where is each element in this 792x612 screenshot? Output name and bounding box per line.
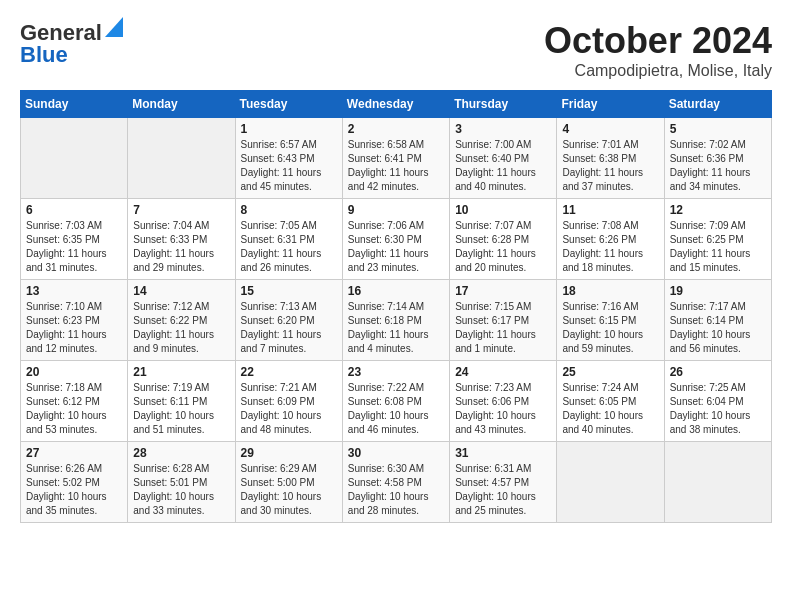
day-info: Sunrise: 7:12 AMSunset: 6:22 PMDaylight:… <box>133 300 229 356</box>
day-number: 14 <box>133 284 229 298</box>
day-info: Sunrise: 7:06 AMSunset: 6:30 PMDaylight:… <box>348 219 444 275</box>
day-number: 15 <box>241 284 337 298</box>
calendar-header: SundayMondayTuesdayWednesdayThursdayFrid… <box>21 91 772 118</box>
calendar-cell <box>664 442 771 523</box>
day-number: 10 <box>455 203 551 217</box>
calendar-cell: 28Sunrise: 6:28 AMSunset: 5:01 PMDayligh… <box>128 442 235 523</box>
day-info: Sunrise: 7:14 AMSunset: 6:18 PMDaylight:… <box>348 300 444 356</box>
day-info: Sunrise: 6:58 AMSunset: 6:41 PMDaylight:… <box>348 138 444 194</box>
calendar-cell: 12Sunrise: 7:09 AMSunset: 6:25 PMDayligh… <box>664 199 771 280</box>
day-info: Sunrise: 7:15 AMSunset: 6:17 PMDaylight:… <box>455 300 551 356</box>
calendar-cell: 13Sunrise: 7:10 AMSunset: 6:23 PMDayligh… <box>21 280 128 361</box>
day-number: 6 <box>26 203 122 217</box>
day-info: Sunrise: 6:31 AMSunset: 4:57 PMDaylight:… <box>455 462 551 518</box>
calendar-cell: 9Sunrise: 7:06 AMSunset: 6:30 PMDaylight… <box>342 199 449 280</box>
day-number: 23 <box>348 365 444 379</box>
day-number: 31 <box>455 446 551 460</box>
calendar-cell: 19Sunrise: 7:17 AMSunset: 6:14 PMDayligh… <box>664 280 771 361</box>
calendar-cell: 23Sunrise: 7:22 AMSunset: 6:08 PMDayligh… <box>342 361 449 442</box>
day-info: Sunrise: 7:16 AMSunset: 6:15 PMDaylight:… <box>562 300 658 356</box>
weekday-wednesday: Wednesday <box>342 91 449 118</box>
day-number: 27 <box>26 446 122 460</box>
calendar-cell: 29Sunrise: 6:29 AMSunset: 5:00 PMDayligh… <box>235 442 342 523</box>
day-info: Sunrise: 7:13 AMSunset: 6:20 PMDaylight:… <box>241 300 337 356</box>
logo-arrow-icon <box>105 17 123 37</box>
calendar-cell: 10Sunrise: 7:07 AMSunset: 6:28 PMDayligh… <box>450 199 557 280</box>
day-info: Sunrise: 6:30 AMSunset: 4:58 PMDaylight:… <box>348 462 444 518</box>
weekday-thursday: Thursday <box>450 91 557 118</box>
weekday-monday: Monday <box>128 91 235 118</box>
day-number: 26 <box>670 365 766 379</box>
weekday-header-row: SundayMondayTuesdayWednesdayThursdayFrid… <box>21 91 772 118</box>
day-number: 25 <box>562 365 658 379</box>
week-row-2: 13Sunrise: 7:10 AMSunset: 6:23 PMDayligh… <box>21 280 772 361</box>
day-info: Sunrise: 7:04 AMSunset: 6:33 PMDaylight:… <box>133 219 229 275</box>
logo: General Blue <box>20 20 123 68</box>
calendar-cell: 6Sunrise: 7:03 AMSunset: 6:35 PMDaylight… <box>21 199 128 280</box>
calendar-cell: 31Sunrise: 6:31 AMSunset: 4:57 PMDayligh… <box>450 442 557 523</box>
day-number: 5 <box>670 122 766 136</box>
calendar-cell: 7Sunrise: 7:04 AMSunset: 6:33 PMDaylight… <box>128 199 235 280</box>
day-number: 13 <box>26 284 122 298</box>
calendar-cell: 30Sunrise: 6:30 AMSunset: 4:58 PMDayligh… <box>342 442 449 523</box>
calendar-cell: 8Sunrise: 7:05 AMSunset: 6:31 PMDaylight… <box>235 199 342 280</box>
weekday-sunday: Sunday <box>21 91 128 118</box>
day-info: Sunrise: 7:05 AMSunset: 6:31 PMDaylight:… <box>241 219 337 275</box>
day-number: 19 <box>670 284 766 298</box>
day-info: Sunrise: 7:22 AMSunset: 6:08 PMDaylight:… <box>348 381 444 437</box>
day-number: 29 <box>241 446 337 460</box>
page-header: General Blue October 2024 Campodipietra,… <box>20 20 772 80</box>
day-number: 28 <box>133 446 229 460</box>
svg-marker-0 <box>105 17 123 37</box>
calendar-cell: 20Sunrise: 7:18 AMSunset: 6:12 PMDayligh… <box>21 361 128 442</box>
day-number: 4 <box>562 122 658 136</box>
calendar-body: 1Sunrise: 6:57 AMSunset: 6:43 PMDaylight… <box>21 118 772 523</box>
day-number: 1 <box>241 122 337 136</box>
week-row-4: 27Sunrise: 6:26 AMSunset: 5:02 PMDayligh… <box>21 442 772 523</box>
calendar-cell: 11Sunrise: 7:08 AMSunset: 6:26 PMDayligh… <box>557 199 664 280</box>
week-row-1: 6Sunrise: 7:03 AMSunset: 6:35 PMDaylight… <box>21 199 772 280</box>
day-info: Sunrise: 7:21 AMSunset: 6:09 PMDaylight:… <box>241 381 337 437</box>
calendar-cell <box>21 118 128 199</box>
day-info: Sunrise: 7:19 AMSunset: 6:11 PMDaylight:… <box>133 381 229 437</box>
day-number: 24 <box>455 365 551 379</box>
weekday-tuesday: Tuesday <box>235 91 342 118</box>
day-info: Sunrise: 6:57 AMSunset: 6:43 PMDaylight:… <box>241 138 337 194</box>
calendar-cell: 17Sunrise: 7:15 AMSunset: 6:17 PMDayligh… <box>450 280 557 361</box>
day-number: 12 <box>670 203 766 217</box>
day-number: 3 <box>455 122 551 136</box>
calendar-cell: 25Sunrise: 7:24 AMSunset: 6:05 PMDayligh… <box>557 361 664 442</box>
day-number: 8 <box>241 203 337 217</box>
day-number: 17 <box>455 284 551 298</box>
day-number: 11 <box>562 203 658 217</box>
day-info: Sunrise: 6:26 AMSunset: 5:02 PMDaylight:… <box>26 462 122 518</box>
day-info: Sunrise: 7:18 AMSunset: 6:12 PMDaylight:… <box>26 381 122 437</box>
day-info: Sunrise: 7:10 AMSunset: 6:23 PMDaylight:… <box>26 300 122 356</box>
title-block: October 2024 Campodipietra, Molise, Ital… <box>544 20 772 80</box>
calendar-cell: 2Sunrise: 6:58 AMSunset: 6:41 PMDaylight… <box>342 118 449 199</box>
day-info: Sunrise: 7:03 AMSunset: 6:35 PMDaylight:… <box>26 219 122 275</box>
calendar-cell <box>128 118 235 199</box>
day-info: Sunrise: 6:29 AMSunset: 5:00 PMDaylight:… <box>241 462 337 518</box>
calendar-cell: 27Sunrise: 6:26 AMSunset: 5:02 PMDayligh… <box>21 442 128 523</box>
calendar-cell: 15Sunrise: 7:13 AMSunset: 6:20 PMDayligh… <box>235 280 342 361</box>
day-info: Sunrise: 7:23 AMSunset: 6:06 PMDaylight:… <box>455 381 551 437</box>
calendar-cell: 22Sunrise: 7:21 AMSunset: 6:09 PMDayligh… <box>235 361 342 442</box>
day-number: 20 <box>26 365 122 379</box>
day-info: Sunrise: 7:00 AMSunset: 6:40 PMDaylight:… <box>455 138 551 194</box>
day-number: 7 <box>133 203 229 217</box>
day-info: Sunrise: 7:09 AMSunset: 6:25 PMDaylight:… <box>670 219 766 275</box>
day-number: 30 <box>348 446 444 460</box>
calendar-cell: 18Sunrise: 7:16 AMSunset: 6:15 PMDayligh… <box>557 280 664 361</box>
day-number: 18 <box>562 284 658 298</box>
calendar-cell: 24Sunrise: 7:23 AMSunset: 6:06 PMDayligh… <box>450 361 557 442</box>
calendar-cell: 1Sunrise: 6:57 AMSunset: 6:43 PMDaylight… <box>235 118 342 199</box>
day-number: 16 <box>348 284 444 298</box>
week-row-0: 1Sunrise: 6:57 AMSunset: 6:43 PMDaylight… <box>21 118 772 199</box>
day-info: Sunrise: 6:28 AMSunset: 5:01 PMDaylight:… <box>133 462 229 518</box>
calendar-cell: 14Sunrise: 7:12 AMSunset: 6:22 PMDayligh… <box>128 280 235 361</box>
day-info: Sunrise: 7:24 AMSunset: 6:05 PMDaylight:… <box>562 381 658 437</box>
page-subtitle: Campodipietra, Molise, Italy <box>544 62 772 80</box>
calendar-cell: 21Sunrise: 7:19 AMSunset: 6:11 PMDayligh… <box>128 361 235 442</box>
calendar-cell: 3Sunrise: 7:00 AMSunset: 6:40 PMDaylight… <box>450 118 557 199</box>
